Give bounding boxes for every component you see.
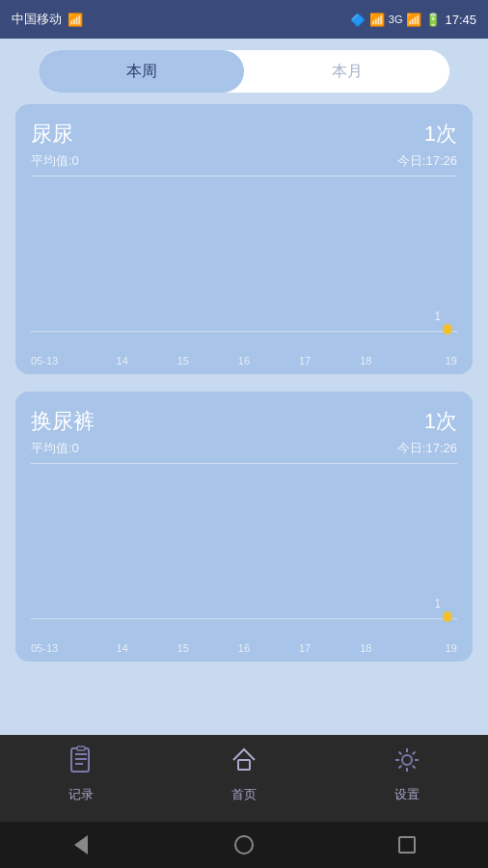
- recents-button[interactable]: [392, 829, 422, 860]
- bluetooth-icon: 🔷: [350, 13, 366, 27]
- records-icon: [66, 745, 96, 782]
- diaper-card-subheader: 平均值:0 今日:17:26: [31, 440, 457, 464]
- nav-home-label: 首页: [231, 786, 257, 803]
- settings-icon: [392, 745, 422, 782]
- nav-records-label: 记录: [68, 786, 94, 803]
- android-nav: [0, 822, 488, 868]
- bottom-nav: 记录 首页 设置: [0, 735, 488, 822]
- urine-x-label-2: 15: [152, 355, 213, 366]
- signal-bars-icon: 📶: [406, 13, 421, 27]
- diaper-time-label: 今日:17:26: [397, 440, 457, 457]
- status-bar: 中国移动 📶 🔷 📶 3G 📶 🔋 17:45: [0, 0, 488, 39]
- tab-bar: 本周 本月: [39, 50, 449, 93]
- status-right: 🔷 📶 3G 📶 🔋 17:45: [350, 13, 476, 27]
- diaper-card-count: 1次: [424, 407, 457, 436]
- urine-x-label-0: 05-13: [31, 355, 92, 366]
- tab-month-label: 本月: [332, 62, 363, 82]
- diaper-card: 换尿裤 1次 平均值:0 今日:17:26 1 05-13 14 15 16 1…: [15, 392, 473, 662]
- svg-point-4: [443, 611, 452, 622]
- svg-point-1: [443, 324, 452, 335]
- nav-settings[interactable]: 设置: [325, 745, 488, 803]
- diaper-avg-label: 平均值:0: [31, 440, 79, 457]
- diaper-x-label-6: 19: [396, 642, 457, 654]
- urine-chart-svg: 1: [31, 180, 457, 353]
- urine-card: 尿尿 1次 平均值:0 今日:17:26 1 05-13 14 15 16 17…: [15, 104, 473, 374]
- signal-icon: 📶: [68, 13, 83, 27]
- svg-rect-10: [77, 746, 85, 750]
- svg-text:1: 1: [435, 597, 441, 610]
- urine-x-label-3: 16: [213, 355, 274, 366]
- diaper-x-label-4: 17: [275, 642, 336, 654]
- urine-x-axis: 05-13 14 15 16 17 18 19: [31, 353, 457, 374]
- urine-time-label: 今日:17:26: [397, 152, 457, 170]
- diaper-chart-svg: 1: [31, 468, 457, 640]
- svg-text:1: 1: [435, 310, 441, 323]
- urine-x-label-5: 18: [336, 355, 396, 366]
- time-display: 17:45: [445, 13, 476, 27]
- svg-rect-11: [238, 760, 250, 770]
- diaper-chart-area: 1: [31, 468, 457, 640]
- carrier-label: 中国移动: [12, 11, 62, 28]
- back-button[interactable]: [66, 829, 96, 860]
- diaper-x-label-1: 14: [92, 642, 152, 654]
- tab-week[interactable]: 本周: [39, 50, 244, 93]
- urine-card-title: 尿尿: [31, 120, 73, 149]
- urine-x-label-4: 17: [275, 355, 336, 366]
- tab-week-label: 本周: [126, 62, 157, 82]
- nav-home[interactable]: 首页: [163, 745, 326, 803]
- main-content: 本周 本月 尿尿 1次 平均值:0 今日:17:26 1 05-13: [0, 39, 488, 735]
- svg-point-13: [402, 755, 412, 765]
- urine-card-count: 1次: [424, 120, 457, 149]
- home-button[interactable]: [229, 829, 259, 860]
- diaper-x-label-5: 18: [336, 642, 396, 654]
- diaper-x-label-3: 16: [213, 642, 274, 654]
- urine-x-label-6: 19: [396, 355, 457, 366]
- diaper-x-axis: 05-13 14 15 16 17 18 19: [31, 640, 457, 662]
- diaper-card-title: 换尿裤: [31, 407, 95, 436]
- nav-records[interactable]: 记录: [0, 745, 163, 803]
- battery-icon: 🔋: [425, 13, 441, 27]
- urine-card-subheader: 平均值:0 今日:17:26: [31, 152, 457, 176]
- home-icon: [229, 745, 259, 782]
- network-label: 3G: [389, 14, 403, 25]
- tab-month[interactable]: 本月: [244, 50, 449, 93]
- diaper-card-header: 换尿裤 1次: [31, 407, 457, 436]
- nav-settings-label: 设置: [394, 786, 420, 803]
- diaper-x-label-2: 15: [152, 642, 213, 654]
- urine-chart-area: 1: [31, 180, 457, 353]
- status-left: 中国移动 📶: [12, 11, 83, 28]
- urine-x-label-1: 14: [92, 355, 152, 366]
- wifi-icon: 📶: [369, 13, 385, 27]
- urine-avg-label: 平均值:0: [31, 152, 79, 170]
- urine-card-header: 尿尿 1次: [31, 120, 457, 149]
- diaper-x-label-0: 05-13: [31, 642, 92, 654]
